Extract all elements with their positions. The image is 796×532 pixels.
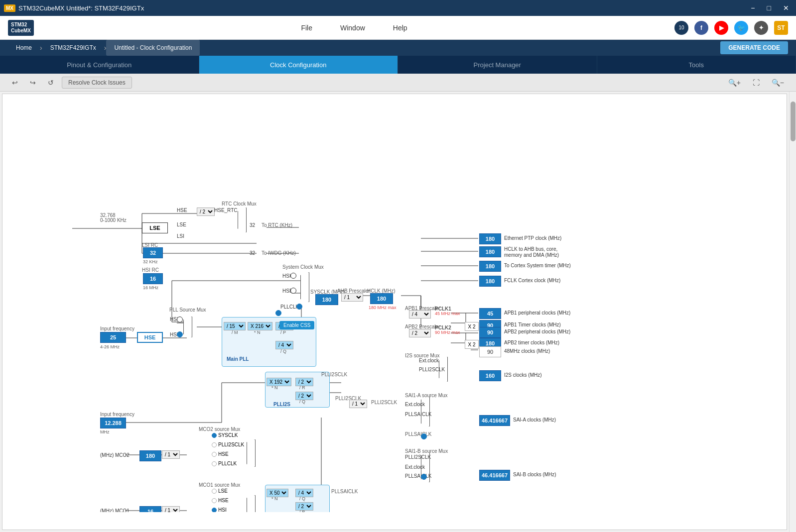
file-menu[interactable]: File <box>297 22 316 34</box>
q-label: / Q <box>280 349 286 354</box>
twitter-icon[interactable]: 🐦 <box>734 21 748 35</box>
sysclk-mux <box>300 272 309 302</box>
refresh-button[interactable]: ↺ <box>44 77 58 89</box>
sys-hsi-radio[interactable] <box>290 273 296 279</box>
mco2-hse-radio[interactable] <box>212 452 217 457</box>
i2s-label: I2S clocks (MHz) <box>504 372 542 378</box>
hclk-value[interactable]: 180 <box>370 293 393 304</box>
sai-a-val: 46.416667 <box>479 415 510 426</box>
pll-hse-radio[interactable] <box>177 331 183 337</box>
sai-b-pllsai-radio[interactable] <box>421 474 427 480</box>
breadcrumb-home[interactable]: Home <box>8 40 40 56</box>
mco2-div-select[interactable]: / 1/ 2/ 4 <box>162 450 180 459</box>
tab-project[interactable]: Project Manager <box>398 56 597 74</box>
resolve-clock-issues-button[interactable]: Resolve Clock Issues <box>62 77 132 89</box>
i2s-freq-value[interactable]: 12.288 <box>100 418 126 428</box>
hse-freq-range: 4-26 MHz <box>100 344 120 349</box>
plli2s-q-label: / Q <box>299 399 305 404</box>
network-icon[interactable]: ✦ <box>754 21 768 35</box>
mco1-lse-radio[interactable] <box>212 489 217 494</box>
sai-b-label: SAI-B clocks (MHz) <box>513 472 556 477</box>
hclk-ahb-label: HCLK to AHB bus, core, <box>504 246 557 252</box>
apb1-div-select[interactable]: / 4/ 1/ 2/ 8/ 16 <box>409 310 431 319</box>
pllsai-n-label: * N <box>271 496 278 501</box>
zoom-out-button[interactable]: 🔍− <box>768 77 788 89</box>
i2s-freq-mhz: MHz <box>100 429 110 434</box>
48mhz-val: 90 <box>479 346 501 357</box>
to-iwdg-label: To IWDG (KHz) <box>262 250 296 256</box>
window-controls: − □ ✕ <box>748 4 792 12</box>
app-title: STM32CubeMX Untitled*: STM32F429IGTx <box>18 4 144 12</box>
hclk-max-label: 180 MHz max <box>369 305 397 310</box>
pllsai-q-label: / Q <box>299 496 305 501</box>
pclk2-max: 90 MHz max <box>435 330 460 335</box>
mco2-plli2s-radio[interactable] <box>212 442 217 447</box>
titlebar: MX STM32CubeMX Untitled*: STM32F429IGTx … <box>0 0 796 16</box>
facebook-icon[interactable]: f <box>694 21 708 35</box>
plli2sclk-output-label: PLLI2SCLK <box>371 400 397 405</box>
rtc-mux <box>238 208 247 232</box>
mco1-hsi-radio[interactable] <box>212 508 217 513</box>
to-rtc-label: To RTC (KHz) <box>262 222 292 228</box>
youtube-icon[interactable]: ▶ <box>714 21 728 35</box>
apb1-peripheral-val: 45 <box>479 308 501 319</box>
sys-pllclk-radio[interactable] <box>296 304 302 310</box>
pllclk-radio-indicator[interactable] <box>275 310 281 316</box>
scrollbar[interactable] <box>789 92 796 532</box>
mco2-sysclk-radio[interactable] <box>212 433 217 438</box>
breadcrumb-current[interactable]: Untitled - Clock Configuration <box>106 40 200 56</box>
q-div-select[interactable]: / 4/ 2/ 6/ 8 <box>275 341 293 349</box>
breadcrumb-chip[interactable]: STM32F429IGTx <box>42 40 104 56</box>
n-mul-select[interactable]: X 216X 192X 432 <box>248 322 272 330</box>
redo-button[interactable]: ↪ <box>26 77 40 89</box>
ahb-div-select[interactable]: / 1/ 2/ 4 <box>341 293 363 302</box>
main-content: 0-1000 KHz 32.768 LSE RTC Clock Mux HSE … <box>0 92 796 532</box>
pll-source-mux-label: PLL Source Mux <box>169 307 206 313</box>
apb2-div-select[interactable]: / 2/ 1/ 4/ 8/ 16 <box>409 329 431 337</box>
close-button[interactable]: ✕ <box>780 4 792 12</box>
help-menu[interactable]: Help <box>389 22 411 34</box>
plli2sclk-i2s: PLLI2SCLK <box>419 367 445 372</box>
lsi-mux-label: LSI <box>177 233 184 239</box>
hse-div2-box[interactable]: / 2/ 4/ 8 <box>197 208 215 216</box>
pllsai-radio-selected[interactable] <box>421 433 427 439</box>
x2-apb2: X 2 <box>465 340 479 349</box>
mco1-hse-radio[interactable] <box>212 498 217 503</box>
scrollbar-thumb[interactable] <box>791 102 796 141</box>
fit-button[interactable]: ⛶ <box>749 77 764 89</box>
zoom-in-button[interactable]: 🔍+ <box>724 77 745 89</box>
maximize-button[interactable]: □ <box>764 4 774 12</box>
window-menu[interactable]: Window <box>336 22 369 34</box>
tab-clock[interactable]: Clock Configuration <box>199 56 398 74</box>
tab-tools[interactable]: Tools <box>597 56 796 74</box>
apb1-timer-label: APB1 Timer clocks (MHz) <box>504 322 561 327</box>
generate-code-button[interactable]: GENERATE CODE <box>720 41 788 54</box>
main-pll-label: Main PLL <box>227 356 249 362</box>
pll-hsi-radio[interactable] <box>177 317 183 322</box>
mco1-radios: LSE HSE HSI PLLCLK <box>212 488 237 512</box>
hse-box: HSE <box>137 332 163 343</box>
social-icons: 10 f ▶ 🐦 ✦ ST <box>674 21 788 35</box>
st-icon[interactable]: ST <box>774 21 788 35</box>
m-div-select[interactable]: / 15/ 4/ 8 <box>224 322 246 330</box>
plli2s-n-select[interactable]: X 192X 216 <box>266 378 291 386</box>
lsi-khz: 32 KHz <box>143 259 158 264</box>
diagram-canvas: 0-1000 KHz 32.768 LSE RTC Clock Mux HSE … <box>2 94 580 512</box>
plli2sclk-div-select[interactable]: / 1/ 2 <box>349 400 367 408</box>
pllsai-r-label: / R <box>299 510 305 512</box>
enable-css-button[interactable]: Enable CSS <box>279 321 314 329</box>
tab-pinout[interactable]: Pinout & Configuration <box>0 56 199 74</box>
sai-a-label: SAI-A clocks (MHz) <box>513 417 556 423</box>
sys-hse-radio[interactable] <box>290 288 296 294</box>
breadcrumb-nav: Home › STM32F429IGTx › Untitled - Clock … <box>8 40 200 56</box>
sys-hsi-label: HSI <box>282 273 291 279</box>
mco1-div-select[interactable]: / 1/ 2/ 4 <box>162 506 180 512</box>
undo-button[interactable]: ↩ <box>8 77 22 89</box>
clock-diagram[interactable]: 0-1000 KHz 32.768 LSE RTC Clock Mux HSE … <box>2 94 787 530</box>
sysclk-value[interactable]: 180 <box>315 294 338 305</box>
toolbar: ↩ ↪ ↺ Resolve Clock Issues 🔍+ ⛶ 🔍− <box>0 74 796 92</box>
mco2-pllclk-radio[interactable] <box>212 461 217 466</box>
minimize-button[interactable]: − <box>748 4 758 12</box>
hse-freq-value[interactable]: 25 <box>100 332 126 343</box>
hsi-value-box: 16 <box>143 273 163 284</box>
